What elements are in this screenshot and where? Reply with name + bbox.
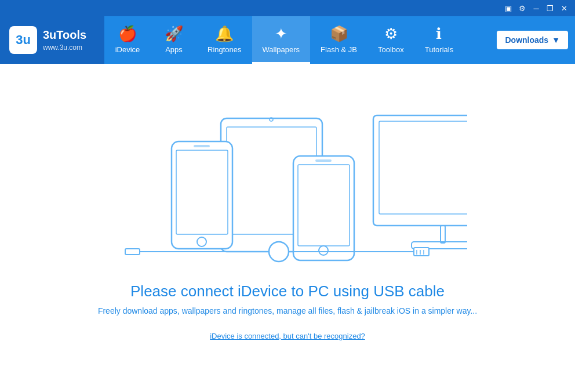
settings-icon[interactable]: ⚙ [516,2,529,14]
flash-jb-icon: 📦 [330,25,348,43]
main-nav: 🍎 iDevice 🚀 Apps 🔔 Ringtones ✦ Wallpaper… [104,16,490,64]
monitor-icon[interactable]: ▣ [502,2,515,14]
nav-label-wallpapers: Wallpapers [263,45,300,54]
idevice-icon: 🍎 [118,25,137,43]
svg-rect-12 [379,121,467,214]
downloads-label: Downloads [505,35,548,45]
recognition-link[interactable]: iDevice is connected, but can't be recog… [210,332,365,340]
tutorials-icon: ℹ [436,25,442,43]
svg-point-17 [269,242,289,262]
nav-item-wallpapers[interactable]: ✦ Wallpapers [252,16,311,64]
svg-rect-3 [172,141,232,249]
app-url: www.3u.com [43,43,82,52]
nav-item-tutorials[interactable]: ℹ Tutorials [414,16,464,64]
svg-rect-10 [315,159,332,162]
wallpapers-icon: ✦ [275,25,288,43]
nav-label-ringtones: Ringtones [208,45,242,54]
titlebar: ▣ ⚙ ─ ❐ ✕ [0,0,575,16]
app-name: 3uTools [43,28,86,42]
nav-label-apps: Apps [165,45,183,54]
downloads-arrow-icon: ▼ [552,35,560,45]
logo-area: 3u 3uTools www.3u.com [0,16,104,64]
nav-item-idevice[interactable]: 🍎 iDevice [104,16,151,64]
apps-icon: 🚀 [165,25,183,43]
svg-rect-19 [414,248,429,256]
minimize-button[interactable]: ─ [530,2,543,14]
svg-rect-18 [125,249,140,255]
svg-rect-13 [441,226,445,243]
nav-item-ringtones[interactable]: 🔔 Ringtones [197,16,252,64]
nav-label-idevice: iDevice [115,45,140,54]
header: 3u 3uTools www.3u.com 🍎 iDevice 🚀 Apps 🔔… [0,16,575,64]
device-illustration [108,110,467,272]
ringtones-icon: 🔔 [215,25,234,43]
svg-rect-11 [373,115,467,226]
logo-text: 3uTools www.3u.com [43,28,86,52]
connect-sub-highlight2: iOS [397,306,410,315]
logo-box: 3u [9,26,37,54]
main-content: Please connect iDevice to PC using USB c… [0,64,575,392]
nav-label-tutorials: Tutorials [425,45,453,54]
svg-rect-6 [194,145,210,147]
close-button[interactable]: ✕ [558,2,570,14]
nav-item-toolbox[interactable]: ⚙ Toolbox [367,16,414,64]
svg-rect-7 [293,156,354,260]
nav-item-apps[interactable]: 🚀 Apps [151,16,197,64]
nav-item-flash-jb[interactable]: 📦 Flash & JB [310,16,367,64]
connect-sub-highlight1: all files [308,306,333,315]
maximize-button[interactable]: ❐ [544,2,556,14]
connect-sub-suffix: in a simpler way... [410,306,477,315]
nav-label-flash-jb: Flash & JB [321,45,357,54]
connect-subtitle: Freely download apps, wallpapers and rin… [98,306,477,315]
downloads-button[interactable]: Downloads ▼ [497,31,568,49]
logo-symbol: 3u [16,32,31,48]
connect-title: Please connect iDevice to PC using USB c… [130,282,445,300]
connect-sub-prefix: Freely download apps, wallpapers and rin… [98,306,308,315]
toolbox-icon: ⚙ [384,25,398,43]
devices-svg [108,110,467,272]
nav-label-toolbox: Toolbox [378,45,404,54]
connect-sub-middle: , flash & jailbreak [333,306,397,315]
